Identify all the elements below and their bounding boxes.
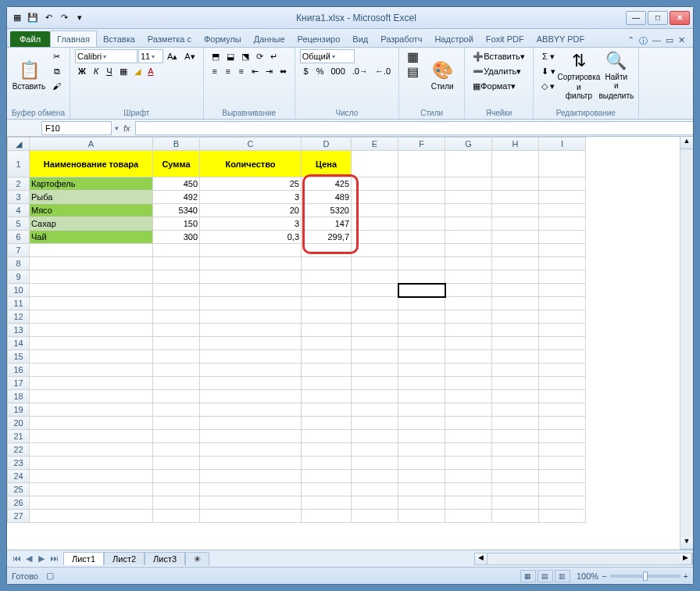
- cell[interactable]: [398, 364, 445, 377]
- cell[interactable]: [539, 217, 586, 231]
- cell[interactable]: 3: [200, 217, 302, 231]
- cell[interactable]: [445, 510, 492, 523]
- row-header[interactable]: 13: [8, 324, 30, 337]
- cell[interactable]: [539, 510, 586, 523]
- cell[interactable]: [539, 403, 586, 417]
- cell[interactable]: [398, 244, 445, 257]
- cell[interactable]: [352, 496, 398, 510]
- align-middle-icon[interactable]: ⬓: [223, 49, 238, 63]
- cell[interactable]: [200, 377, 302, 390]
- help-icon[interactable]: ⓘ: [639, 35, 648, 47]
- cell[interactable]: [398, 310, 445, 324]
- cell[interactable]: [30, 417, 153, 430]
- cell[interactable]: [302, 310, 352, 324]
- cell[interactable]: [445, 470, 492, 483]
- cell[interactable]: [492, 364, 539, 377]
- orientation-icon[interactable]: ⟳: [253, 49, 266, 63]
- cell[interactable]: [30, 496, 153, 510]
- view-normal-icon[interactable]: ▦: [520, 570, 536, 582]
- cells-format-button[interactable]: ▦ Формат ▾: [470, 79, 519, 93]
- cell[interactable]: [302, 470, 352, 483]
- minimize-ribbon-icon[interactable]: ⌃: [627, 35, 634, 47]
- cell[interactable]: [445, 284, 492, 297]
- fx-icon[interactable]: fx: [119, 124, 135, 133]
- cell[interactable]: [352, 217, 398, 231]
- cell[interactable]: [302, 297, 352, 310]
- cell[interactable]: [492, 177, 539, 191]
- cell[interactable]: [398, 430, 445, 443]
- cell[interactable]: [30, 443, 153, 457]
- cell[interactable]: [445, 257, 492, 270]
- tab-data[interactable]: Данные: [248, 31, 291, 47]
- cell[interactable]: [153, 457, 200, 470]
- cell[interactable]: [539, 337, 586, 350]
- cell[interactable]: [398, 151, 445, 177]
- cell[interactable]: [539, 470, 586, 483]
- cell[interactable]: [302, 430, 352, 443]
- cell[interactable]: [200, 324, 302, 337]
- tab-view[interactable]: Вид: [346, 31, 374, 47]
- cell[interactable]: [445, 270, 492, 284]
- indent-dec-icon[interactable]: ⇤: [248, 64, 262, 78]
- row-header[interactable]: 2: [8, 177, 30, 191]
- tab-insert[interactable]: Вставка: [97, 31, 141, 47]
- cell[interactable]: 5340: [153, 204, 200, 217]
- cell[interactable]: [302, 364, 352, 377]
- col-header[interactable]: C: [200, 138, 302, 151]
- cell[interactable]: [492, 430, 539, 443]
- row-header[interactable]: 1: [8, 151, 30, 177]
- cell[interactable]: [445, 496, 492, 510]
- scroll-right-icon[interactable]: ▶: [680, 553, 692, 564]
- cell[interactable]: 3: [200, 191, 302, 204]
- row-header[interactable]: 27: [8, 510, 30, 523]
- cell[interactable]: [398, 483, 445, 496]
- cell[interactable]: [445, 337, 492, 350]
- zoom-in-button[interactable]: +: [684, 571, 688, 581]
- merge-icon[interactable]: ⬌: [277, 64, 290, 78]
- font-color-icon[interactable]: A: [145, 64, 157, 78]
- cell[interactable]: [352, 430, 398, 443]
- row-header[interactable]: 20: [8, 417, 30, 430]
- cell[interactable]: [200, 470, 302, 483]
- number-format-combo[interactable]: Общий▾: [300, 49, 355, 63]
- align-right-icon[interactable]: ≡: [235, 64, 248, 78]
- cell[interactable]: Мясо: [30, 204, 153, 217]
- col-header[interactable]: H: [492, 138, 539, 151]
- tab-addins[interactable]: Надстрой: [428, 31, 479, 47]
- cell[interactable]: [398, 231, 445, 244]
- view-page-layout-icon[interactable]: ▤: [538, 570, 553, 582]
- cell[interactable]: [539, 177, 586, 191]
- cell[interactable]: [153, 257, 200, 270]
- align-left-icon[interactable]: ≡: [209, 64, 221, 78]
- cell[interactable]: Сумма: [153, 151, 200, 177]
- align-bottom-icon[interactable]: ⬔: [238, 49, 252, 63]
- find-select-button[interactable]: 🔍Найти ивыделить: [599, 49, 634, 101]
- cell[interactable]: Сахар: [30, 217, 153, 231]
- cell[interactable]: [539, 244, 586, 257]
- comma-icon[interactable]: 000: [327, 64, 348, 78]
- cell[interactable]: [352, 337, 398, 350]
- col-header[interactable]: D: [302, 138, 352, 151]
- row-header[interactable]: 5: [8, 217, 30, 231]
- cell[interactable]: 299,7: [302, 231, 352, 244]
- cell[interactable]: [539, 443, 586, 457]
- cell[interactable]: 150: [153, 217, 200, 231]
- sheet-tab-3[interactable]: Лист3: [145, 552, 185, 565]
- sheet-nav-prev-icon[interactable]: ◀: [23, 553, 35, 564]
- cell[interactable]: [302, 350, 352, 364]
- cell[interactable]: [539, 496, 586, 510]
- cell[interactable]: [398, 417, 445, 430]
- cell[interactable]: [445, 350, 492, 364]
- cell[interactable]: [200, 510, 302, 523]
- cell[interactable]: [30, 377, 153, 390]
- cell[interactable]: [398, 457, 445, 470]
- cell[interactable]: [153, 483, 200, 496]
- cell[interactable]: [352, 191, 398, 204]
- new-sheet-button[interactable]: ✳: [185, 552, 209, 566]
- col-header[interactable]: F: [398, 138, 445, 151]
- cell[interactable]: [200, 310, 302, 324]
- clear-icon[interactable]: ◇ ▾: [538, 79, 559, 93]
- qat-more-icon[interactable]: ▾: [73, 11, 87, 25]
- col-header[interactable]: I: [539, 138, 586, 151]
- tab-home[interactable]: Главная: [50, 30, 97, 47]
